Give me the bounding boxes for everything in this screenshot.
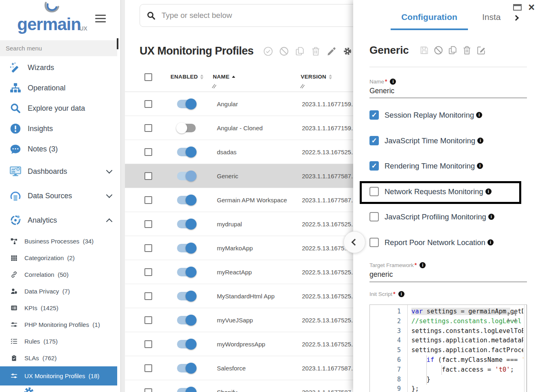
table-row-germain-apm-workspace[interactable]: Germain APM Workspace2023.1.1.1677587. xyxy=(125,188,377,212)
ban-icon[interactable] xyxy=(434,46,443,55)
tab-configuration[interactable]: Configuration xyxy=(391,12,468,22)
menu-toggle-icon[interactable] xyxy=(95,15,106,24)
info-icon[interactable]: i xyxy=(477,163,483,169)
maximize-icon[interactable] xyxy=(513,4,522,11)
column-name[interactable]: NAME xyxy=(213,74,235,80)
row-checkbox[interactable] xyxy=(144,220,152,228)
table-row-myvuejsapp[interactable]: myVueJSapp2022.5.13.167525. xyxy=(125,308,377,332)
select-all-checkbox[interactable] xyxy=(144,73,152,81)
enabled-toggle[interactable] xyxy=(177,364,196,372)
tab-installation[interactable]: Insta xyxy=(482,12,501,22)
filter-name-icon[interactable] xyxy=(212,83,217,88)
enabled-toggle[interactable] xyxy=(177,196,196,204)
row-checkbox[interactable] xyxy=(144,364,152,372)
option-report-poor-network-location[interactable]: ✓Report Poor Network Locationi xyxy=(369,238,494,247)
sidebar-item-operational[interactable]: Operational xyxy=(0,78,117,98)
info-icon[interactable]: i xyxy=(390,79,396,85)
sidebar-item-insights[interactable]: Insights xyxy=(0,118,117,139)
row-checkbox[interactable] xyxy=(144,268,152,276)
row-checkbox[interactable] xyxy=(144,172,152,180)
info-icon[interactable]: i xyxy=(487,239,494,245)
sidebar-item-correlation[interactable]: Correlation (50) xyxy=(0,266,117,283)
checkbox[interactable]: ✓ xyxy=(369,110,379,120)
option-network-requests-monitoring[interactable]: ✓Network Requests Monitoringi xyxy=(369,187,492,196)
row-checkbox[interactable] xyxy=(144,316,152,324)
row-checkbox[interactable] xyxy=(144,292,152,300)
sidebar-item-business-processes[interactable]: Business Processes (34) xyxy=(0,233,117,250)
sidebar-item-categorization[interactable]: Categorization (2) xyxy=(0,250,117,266)
trash-icon[interactable] xyxy=(311,46,321,56)
sidebar-item-php-monitoring-profiles[interactable]: PHP Monitoring Profiles (1) xyxy=(0,316,117,333)
info-icon[interactable]: i xyxy=(476,112,482,118)
table-row-mystandardhtml-app[interactable]: MyStandardHtml App2022.5.13.167525. xyxy=(125,284,377,308)
info-icon[interactable]: i xyxy=(398,291,404,297)
copy-icon[interactable] xyxy=(448,46,457,55)
enabled-toggle[interactable] xyxy=(177,124,196,132)
enabled-toggle[interactable] xyxy=(177,220,196,228)
expand-icon[interactable] xyxy=(507,312,517,322)
name-field-value[interactable]: Generic xyxy=(369,87,394,95)
chevron-right-icon[interactable] xyxy=(513,15,519,21)
sidebar-item-ux-monitoring-profiles[interactable]: UX Monitoring Profiles (18) xyxy=(0,366,117,385)
table-row-shopify[interactable]: Shopify2023.1.1.1677587. xyxy=(125,380,377,392)
sidebar-item-explore-your-data[interactable]: Explore your data xyxy=(0,98,117,118)
enabled-toggle[interactable] xyxy=(177,244,196,252)
table-row-mymarkoapp[interactable]: myMarkoApp2022.5.13.1675.. xyxy=(125,236,377,260)
enabled-toggle[interactable] xyxy=(177,316,196,324)
sidebar-item-slas[interactable]: SLAs (762) xyxy=(0,350,117,366)
enabled-toggle[interactable] xyxy=(177,100,196,108)
option-javascript-profiling-monitoring[interactable]: ✓JavaScript Profiling Monitoringi xyxy=(369,212,494,221)
sidebar-item-kpis[interactable]: KPIs (1425) xyxy=(0,300,117,316)
column-version[interactable]: VERSION xyxy=(301,74,332,80)
collapse-panel-button[interactable] xyxy=(343,231,365,253)
trash-icon[interactable] xyxy=(462,46,472,55)
sidebar-item-rules[interactable]: Rules (175) xyxy=(0,333,117,350)
info-icon[interactable]: i xyxy=(420,262,426,268)
info-icon[interactable]: i xyxy=(477,138,483,144)
table-row-mydrupal[interactable]: mydrupal2022.5.13.167525. xyxy=(125,212,377,236)
ban-icon[interactable] xyxy=(279,46,289,56)
enabled-toggle[interactable] xyxy=(177,172,196,180)
target-framework-value[interactable]: generic xyxy=(369,270,393,279)
sidebar-search-input[interactable] xyxy=(0,40,117,56)
enabled-toggle[interactable] xyxy=(177,340,196,348)
edit-box-icon[interactable] xyxy=(476,46,486,55)
row-checkbox[interactable] xyxy=(144,100,152,108)
table-row-salesforce[interactable]: Salesforce2023.1.1.1677587. xyxy=(125,356,377,380)
save-icon[interactable] xyxy=(420,46,429,55)
table-row-generic[interactable]: Generic2023.1.1.1677587. xyxy=(125,164,377,188)
table-row-myreactapp[interactable]: myReactApp2022.5.13.167525. xyxy=(125,260,377,284)
row-checkbox[interactable] xyxy=(144,388,152,392)
checkbox[interactable]: ✓ xyxy=(369,212,379,221)
enabled-toggle[interactable] xyxy=(177,268,196,276)
checkbox[interactable]: ✓ xyxy=(369,161,379,171)
table-row-dsadas[interactable]: dsadas2022.5.13.167525. xyxy=(125,140,377,164)
approve-icon[interactable] xyxy=(263,46,273,56)
sidebar-scrollbar-thumb[interactable] xyxy=(117,38,118,49)
checkbox[interactable]: ✓ xyxy=(369,238,379,247)
table-row-angular-cloned[interactable]: Angular - Cloned2023.1.1.1677159. xyxy=(125,116,377,140)
row-checkbox[interactable] xyxy=(144,340,152,348)
enabled-toggle[interactable] xyxy=(177,292,196,300)
option-javascript-time-monitoring[interactable]: ✓JavaScript Time Monitoringi xyxy=(369,136,483,145)
row-checkbox[interactable] xyxy=(144,196,152,204)
table-row-mywordpressapp[interactable]: myWordpressApp2022.5.13.167525. xyxy=(125,332,377,356)
info-icon[interactable]: i xyxy=(488,214,494,220)
edit-icon[interactable] xyxy=(327,46,337,56)
editor-scrollbar[interactable] xyxy=(524,305,525,392)
table-row-angular[interactable]: Angular2023.1.1.1677159. xyxy=(125,92,377,116)
main-search-input[interactable] xyxy=(162,11,365,20)
sidebar-item-data-privacy[interactable]: Data Privacy (7) xyxy=(0,283,117,300)
checkbox[interactable]: ✓ xyxy=(369,187,379,196)
filter-version-icon[interactable] xyxy=(300,83,305,88)
info-icon[interactable]: i xyxy=(485,188,492,195)
sidebar-item-notes-3[interactable]: Notes (3) xyxy=(0,139,117,159)
init-script-editor[interactable]: 123456789 var settings = germainApm.getD… xyxy=(369,304,527,392)
sidebar-item-wizards[interactable]: Wizards xyxy=(0,57,117,78)
app-logo[interactable]: germainUX xyxy=(11,2,87,33)
option-rendering-time-monitoring[interactable]: ✓Rendering Time Monitoringi xyxy=(369,161,483,171)
column-enabled[interactable]: ENABLED xyxy=(170,74,203,80)
enabled-toggle[interactable] xyxy=(177,148,196,156)
close-icon[interactable]: × xyxy=(528,3,535,11)
copy-icon[interactable] xyxy=(295,46,305,56)
